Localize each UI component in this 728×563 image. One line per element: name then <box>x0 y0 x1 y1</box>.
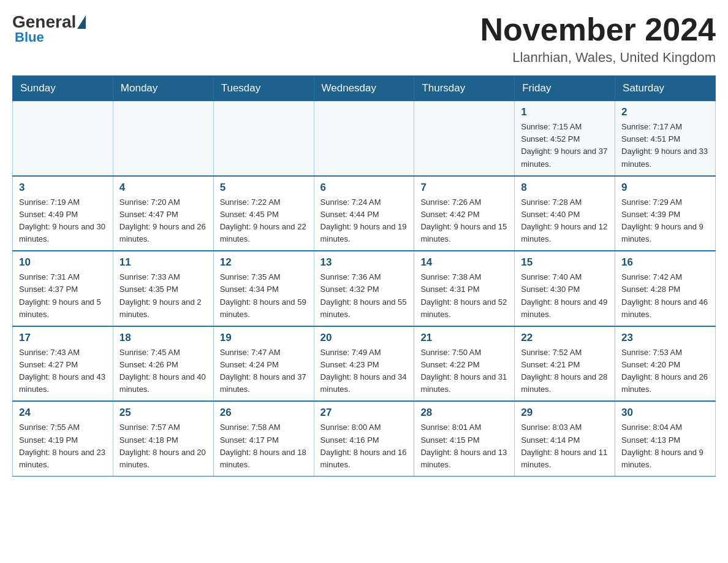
day-info: Sunrise: 7:49 AM Sunset: 4:23 PM Dayligh… <box>320 347 408 396</box>
day-info: Sunrise: 8:04 AM Sunset: 4:13 PM Dayligh… <box>621 421 709 471</box>
calendar-cell: 22Sunrise: 7:52 AM Sunset: 4:21 PM Dayli… <box>515 326 615 402</box>
day-info: Sunrise: 7:42 AM Sunset: 4:28 PM Dayligh… <box>621 271 709 321</box>
day-info: Sunrise: 7:19 AM Sunset: 4:49 PM Dayligh… <box>19 196 107 246</box>
day-info: Sunrise: 7:17 AM Sunset: 4:51 PM Dayligh… <box>621 121 709 170</box>
calendar-cell: 21Sunrise: 7:50 AM Sunset: 4:22 PM Dayli… <box>414 326 515 402</box>
calendar-weekday-monday: Monday <box>113 76 213 101</box>
location-subtitle: Llanrhian, Wales, United Kingdom <box>480 50 716 66</box>
day-number: 4 <box>119 182 207 194</box>
day-number: 5 <box>220 182 308 194</box>
calendar-cell <box>414 101 515 176</box>
calendar-week-row-3: 10Sunrise: 7:31 AM Sunset: 4:37 PM Dayli… <box>13 251 716 326</box>
day-number: 9 <box>621 182 709 194</box>
day-number: 12 <box>220 256 308 269</box>
calendar-cell: 8Sunrise: 7:28 AM Sunset: 4:40 PM Daylig… <box>515 176 615 251</box>
day-info: Sunrise: 7:57 AM Sunset: 4:18 PM Dayligh… <box>119 421 207 471</box>
day-number: 27 <box>320 407 408 419</box>
calendar-weekday-sunday: Sunday <box>13 76 113 101</box>
day-number: 6 <box>320 182 408 194</box>
day-number: 21 <box>420 332 508 344</box>
logo-blue-text: Blue <box>15 29 44 45</box>
calendar-week-row-4: 17Sunrise: 7:43 AM Sunset: 4:27 PM Dayli… <box>13 326 716 402</box>
calendar-cell: 29Sunrise: 8:03 AM Sunset: 4:14 PM Dayli… <box>515 401 615 476</box>
day-info: Sunrise: 7:20 AM Sunset: 4:47 PM Dayligh… <box>119 196 207 246</box>
calendar-cell <box>213 101 314 176</box>
calendar-cell: 15Sunrise: 7:40 AM Sunset: 4:30 PM Dayli… <box>515 251 615 326</box>
calendar-cell: 9Sunrise: 7:29 AM Sunset: 4:39 PM Daylig… <box>615 176 716 251</box>
calendar-cell: 11Sunrise: 7:33 AM Sunset: 4:35 PM Dayli… <box>113 251 213 326</box>
day-number: 16 <box>621 256 709 269</box>
day-info: Sunrise: 7:43 AM Sunset: 4:27 PM Dayligh… <box>19 347 107 396</box>
day-info: Sunrise: 7:31 AM Sunset: 4:37 PM Dayligh… <box>19 271 107 321</box>
day-info: Sunrise: 7:50 AM Sunset: 4:22 PM Dayligh… <box>420 347 508 396</box>
day-number: 11 <box>119 256 207 269</box>
calendar-cell: 16Sunrise: 7:42 AM Sunset: 4:28 PM Dayli… <box>615 251 716 326</box>
page-header: General Blue November 2024 Llanrhian, Wa… <box>12 12 716 66</box>
title-section: November 2024 Llanrhian, Wales, United K… <box>480 12 716 66</box>
day-number: 19 <box>220 332 308 344</box>
day-info: Sunrise: 7:38 AM Sunset: 4:31 PM Dayligh… <box>420 271 508 321</box>
day-info: Sunrise: 7:15 AM Sunset: 4:52 PM Dayligh… <box>521 121 609 170</box>
calendar-weekday-tuesday: Tuesday <box>213 76 314 101</box>
day-number: 18 <box>119 332 207 344</box>
day-info: Sunrise: 8:01 AM Sunset: 4:15 PM Dayligh… <box>420 421 508 471</box>
logo-triangle-icon <box>77 15 86 29</box>
logo: General Blue <box>12 12 87 45</box>
calendar-cell: 5Sunrise: 7:22 AM Sunset: 4:45 PM Daylig… <box>213 176 314 251</box>
calendar-header-row: SundayMondayTuesdayWednesdayThursdayFrid… <box>13 76 716 101</box>
day-info: Sunrise: 7:47 AM Sunset: 4:24 PM Dayligh… <box>220 347 308 396</box>
day-info: Sunrise: 7:58 AM Sunset: 4:17 PM Dayligh… <box>220 421 308 471</box>
calendar-cell: 24Sunrise: 7:55 AM Sunset: 4:19 PM Dayli… <box>13 401 113 476</box>
calendar-cell: 27Sunrise: 8:00 AM Sunset: 4:16 PM Dayli… <box>314 401 414 476</box>
day-info: Sunrise: 7:35 AM Sunset: 4:34 PM Dayligh… <box>220 271 308 321</box>
day-number: 3 <box>19 182 107 194</box>
calendar-cell: 13Sunrise: 7:36 AM Sunset: 4:32 PM Dayli… <box>314 251 414 326</box>
day-info: Sunrise: 7:28 AM Sunset: 4:40 PM Dayligh… <box>521 196 609 246</box>
day-number: 1 <box>521 106 609 118</box>
calendar-week-row-1: 1Sunrise: 7:15 AM Sunset: 4:52 PM Daylig… <box>13 101 716 176</box>
day-info: Sunrise: 7:45 AM Sunset: 4:26 PM Dayligh… <box>119 347 207 396</box>
day-number: 26 <box>220 407 308 419</box>
calendar-cell: 12Sunrise: 7:35 AM Sunset: 4:34 PM Dayli… <box>213 251 314 326</box>
day-number: 20 <box>320 332 408 344</box>
day-info: Sunrise: 7:29 AM Sunset: 4:39 PM Dayligh… <box>621 196 709 246</box>
day-number: 29 <box>521 407 609 419</box>
page-title: November 2024 <box>480 12 716 47</box>
calendar-week-row-2: 3Sunrise: 7:19 AM Sunset: 4:49 PM Daylig… <box>13 176 716 251</box>
day-number: 7 <box>420 182 508 194</box>
calendar-cell: 20Sunrise: 7:49 AM Sunset: 4:23 PM Dayli… <box>314 326 414 402</box>
day-number: 17 <box>19 332 107 344</box>
calendar-cell: 1Sunrise: 7:15 AM Sunset: 4:52 PM Daylig… <box>515 101 615 176</box>
day-info: Sunrise: 8:00 AM Sunset: 4:16 PM Dayligh… <box>320 421 408 471</box>
calendar-cell: 4Sunrise: 7:20 AM Sunset: 4:47 PM Daylig… <box>113 176 213 251</box>
day-info: Sunrise: 7:53 AM Sunset: 4:20 PM Dayligh… <box>621 347 709 396</box>
day-number: 2 <box>621 106 709 118</box>
day-number: 30 <box>621 407 709 419</box>
day-number: 8 <box>521 182 609 194</box>
day-info: Sunrise: 7:26 AM Sunset: 4:42 PM Dayligh… <box>420 196 508 246</box>
calendar-cell: 14Sunrise: 7:38 AM Sunset: 4:31 PM Dayli… <box>414 251 515 326</box>
day-number: 14 <box>420 256 508 269</box>
calendar-weekday-saturday: Saturday <box>615 76 716 101</box>
calendar-cell: 7Sunrise: 7:26 AM Sunset: 4:42 PM Daylig… <box>414 176 515 251</box>
calendar-week-row-5: 24Sunrise: 7:55 AM Sunset: 4:19 PM Dayli… <box>13 401 716 476</box>
calendar-table: SundayMondayTuesdayWednesdayThursdayFrid… <box>12 75 716 477</box>
calendar-weekday-wednesday: Wednesday <box>314 76 414 101</box>
day-number: 22 <box>521 332 609 344</box>
calendar-cell: 18Sunrise: 7:45 AM Sunset: 4:26 PM Dayli… <box>113 326 213 402</box>
calendar-weekday-thursday: Thursday <box>414 76 515 101</box>
calendar-cell: 30Sunrise: 8:04 AM Sunset: 4:13 PM Dayli… <box>615 401 716 476</box>
day-number: 15 <box>521 256 609 269</box>
day-number: 25 <box>119 407 207 419</box>
day-info: Sunrise: 7:52 AM Sunset: 4:21 PM Dayligh… <box>521 347 609 396</box>
day-info: Sunrise: 8:03 AM Sunset: 4:14 PM Dayligh… <box>521 421 609 471</box>
day-number: 13 <box>320 256 408 269</box>
day-number: 24 <box>19 407 107 419</box>
calendar-cell <box>113 101 213 176</box>
calendar-cell: 19Sunrise: 7:47 AM Sunset: 4:24 PM Dayli… <box>213 326 314 402</box>
day-info: Sunrise: 7:24 AM Sunset: 4:44 PM Dayligh… <box>320 196 408 246</box>
calendar-cell: 25Sunrise: 7:57 AM Sunset: 4:18 PM Dayli… <box>113 401 213 476</box>
calendar-cell: 23Sunrise: 7:53 AM Sunset: 4:20 PM Dayli… <box>615 326 716 402</box>
calendar-cell <box>314 101 414 176</box>
day-number: 10 <box>19 256 107 269</box>
